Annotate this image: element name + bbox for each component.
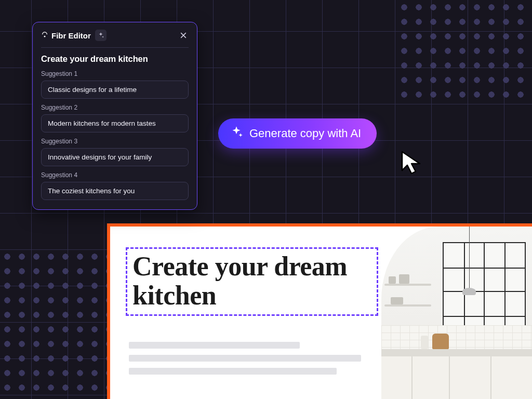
generate-copy-label: Generate copy with AI xyxy=(249,127,361,140)
svg-point-0 xyxy=(44,36,46,37)
suggestion-option[interactable]: The coziest kitchens for you xyxy=(41,182,189,200)
cursor-icon xyxy=(400,150,422,175)
suggestion-label: Suggestion 1 xyxy=(41,70,189,77)
suggestion-option[interactable]: Innovative designs for your family xyxy=(41,148,189,166)
close-button[interactable] xyxy=(178,30,189,41)
decorative-dots-bottom-left xyxy=(0,249,109,399)
sparkle-icon xyxy=(230,125,243,142)
editor-panel: Fibr Editor Create your dream kitchen Su… xyxy=(32,22,197,210)
suggestion-label: Suggestion 3 xyxy=(41,138,189,145)
editor-title: Create your dream kitchen xyxy=(41,54,189,64)
brand-text: Fibr Editor xyxy=(51,31,91,40)
suggestion-option[interactable]: Classic designs for a lifetime xyxy=(41,81,189,99)
generate-copy-button[interactable]: Generate copy with AI xyxy=(218,118,377,149)
suggestion-option[interactable]: Modern kitchens for modern tastes xyxy=(41,114,189,132)
page-headline: Create your dream kitchen xyxy=(132,252,371,310)
pendant-light-graphic xyxy=(462,288,476,295)
suggestion-label: Suggestion 2 xyxy=(41,104,189,111)
selected-headline-block[interactable]: Create your dream kitchen xyxy=(126,247,378,316)
hero-image xyxy=(381,227,532,399)
editor-header: Fibr Editor xyxy=(41,30,189,48)
decorative-dots-top-right xyxy=(397,0,532,104)
brand-mark-icon xyxy=(41,32,48,39)
brand-label: Fibr Editor xyxy=(41,31,91,40)
canvas-page: Create your dream kitchen xyxy=(107,223,532,399)
suggestion-label: Suggestion 4 xyxy=(41,171,189,179)
body-text-placeholder xyxy=(129,342,373,381)
sparkle-icon xyxy=(95,30,107,41)
